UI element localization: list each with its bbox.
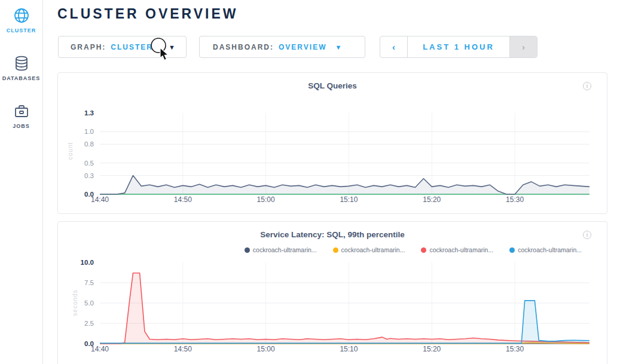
globe-icon — [13, 7, 30, 24]
svg-text:10.0: 10.0 — [81, 259, 94, 266]
dashboard-dropdown-label: DASHBOARD: — [213, 43, 274, 51]
dashboard-dropdown-value: OVERVIEW — [279, 43, 326, 51]
svg-text:15:10: 15:10 — [340, 345, 358, 353]
svg-text:14:50: 14:50 — [174, 345, 192, 353]
svg-text:7.5: 7.5 — [84, 279, 94, 286]
sidebar-item-label: DATABASES — [2, 75, 41, 81]
svg-text:15:30: 15:30 — [506, 195, 524, 204]
service-latency-chart[interactable]: 10.07.55.02.50.014:4014:5015:0015:1015:2… — [58, 222, 607, 364]
svg-text:15:20: 15:20 — [423, 345, 441, 353]
dashboard-dropdown[interactable]: DASHBOARD: OVERVIEW ▼ — [199, 36, 365, 58]
svg-text:1.3: 1.3 — [84, 109, 94, 117]
graph-dropdown[interactable]: GRAPH: CLUSTER ▼ — [58, 36, 187, 58]
svg-text:15:00: 15:00 — [257, 195, 275, 204]
time-range-label[interactable]: LAST 1 HOUR — [408, 36, 509, 57]
time-prev-button[interactable]: ‹ — [380, 36, 408, 57]
svg-text:15:00: 15:00 — [257, 345, 275, 353]
sidebar-item-databases[interactable]: DATABASES — [0, 48, 42, 96]
sidebar-item-cluster[interactable]: CLUSTER — [0, 0, 42, 48]
sidebar: CLUSTER DATABASES JOBS — [0, 0, 43, 364]
svg-text:5.0: 5.0 — [84, 299, 94, 307]
graph-dropdown-label: GRAPH: — [71, 43, 106, 51]
svg-text:15:10: 15:10 — [340, 195, 358, 204]
sql-queries-panel: SQL Queries i count 1.31.00.80.50.30.014… — [57, 72, 607, 214]
svg-text:14:40: 14:40 — [91, 195, 109, 204]
sidebar-item-label: JOBS — [13, 123, 30, 129]
chevron-down-icon: ▼ — [335, 44, 343, 51]
sidebar-item-jobs[interactable]: JOBS — [0, 96, 42, 143]
svg-text:2.5: 2.5 — [84, 320, 94, 327]
svg-text:14:50: 14:50 — [174, 195, 192, 204]
cluster-overview-page: CLUSTER DATABASES JOBS — [0, 0, 617, 364]
service-latency-panel: Service Latency: SQL, 99th percentile i … — [57, 221, 607, 364]
page-title: CLUSTER OVERVIEW — [57, 6, 239, 22]
time-range-selector: ‹ LAST 1 HOUR › — [380, 36, 537, 58]
time-next-button[interactable]: › — [509, 36, 537, 57]
svg-text:15:30: 15:30 — [506, 345, 524, 353]
sql-queries-chart[interactable]: 1.31.00.80.50.30.014:4014:5015:0015:1015… — [58, 73, 607, 213]
svg-text:0.8: 0.8 — [84, 140, 94, 148]
svg-text:0.5: 0.5 — [84, 160, 94, 167]
database-icon — [13, 55, 30, 72]
svg-text:14:40: 14:40 — [91, 345, 109, 353]
svg-text:0.3: 0.3 — [84, 172, 94, 179]
sidebar-item-label: CLUSTER — [7, 27, 36, 33]
graph-dropdown-value: CLUSTER — [111, 43, 153, 51]
main-content: CLUSTER OVERVIEW GRAPH: CLUSTER ▼ DASHBO… — [43, 0, 617, 364]
svg-text:1.0: 1.0 — [84, 128, 94, 135]
chevron-down-icon: ▼ — [169, 44, 176, 51]
svg-text:15:20: 15:20 — [423, 195, 441, 204]
briefcase-icon — [13, 103, 30, 120]
